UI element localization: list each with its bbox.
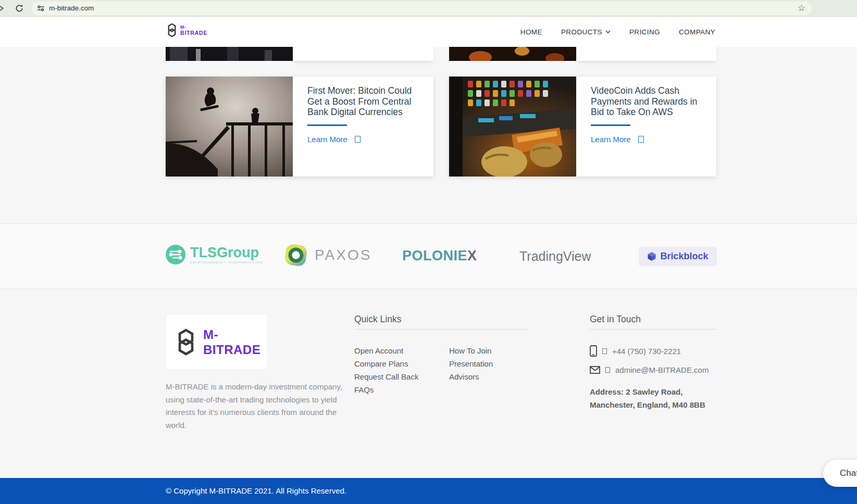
header-logo[interactable]: M- BITRADE — [166, 22, 207, 38]
phone-link[interactable]: +44 (750) 730-2221 — [590, 345, 681, 357]
tlsgroup-icon — [166, 245, 185, 264]
url-text: m-bitrade.com — [49, 2, 94, 15]
tlsgroup-wordmark: TLSGroup — [190, 246, 263, 260]
logo-line2: BITRADE — [180, 30, 207, 36]
tlsgroup-tagline: CRYPTOCURRENCY INVESTMENT FUND — [190, 261, 263, 264]
partner-tradingview: TradingView — [519, 249, 591, 264]
paxos-icon — [284, 243, 308, 267]
quick-links-title: Quick Links — [354, 314, 401, 325]
copyright-text: © Copyright M-BITRADE 2021. All Rights R… — [166, 478, 346, 504]
site-settings-icon[interactable] — [37, 5, 45, 12]
brickblock-cube-icon — [647, 251, 656, 261]
phone-icon — [590, 345, 597, 357]
divider — [354, 329, 528, 330]
footer-address: Address: 2 Sawley Road, Manchester, Engl… — [590, 385, 705, 411]
news-card-body: VideoCoin Adds Cash Payments and Rewards… — [576, 77, 716, 177]
site-header: M- BITRADE HOME PRODUCTS PRICING COMPANY — [0, 17, 857, 47]
logo-line1: M- — [180, 24, 207, 30]
title-underline — [591, 124, 630, 126]
partner-brickblock: Brickblock — [639, 247, 717, 266]
missing-glyph-box-icon — [638, 136, 644, 143]
news-card: First Mover: Bitcoin Could Get a Boost F… — [166, 77, 433, 177]
mining-rig-photo — [449, 77, 576, 177]
learn-more-link[interactable]: Learn More — [307, 135, 424, 144]
forward-arrow-partial-icon[interactable] — [0, 4, 6, 13]
link-compare-plans[interactable]: Compare Plans — [354, 360, 418, 368]
nav-products[interactable]: PRODUCTS — [561, 28, 611, 36]
partner-paxos: PAXOS — [284, 243, 371, 267]
nav-company[interactable]: COMPANY — [679, 28, 715, 36]
phone-number: +44 (750) 730-2221 — [612, 347, 681, 356]
footer-about-text: M-BITRADE is a modern-day investment com… — [166, 381, 345, 432]
nav-home[interactable]: HOME — [520, 28, 542, 36]
bookmark-star-icon[interactable]: ☆ — [798, 2, 805, 15]
missing-glyph-box-icon — [602, 348, 607, 354]
news-card-title: VideoCoin Adds Cash Payments and Rewards… — [591, 85, 706, 118]
link-presentation[interactable]: Presentation — [449, 360, 493, 368]
previous-card-image-partial — [449, 47, 576, 61]
link-advisors[interactable]: Advisors — [449, 373, 493, 381]
partners-strip: TLSGroup CRYPTOCURRENCY INVESTMENT FUND … — [0, 223, 857, 289]
email-link[interactable]: admine@M-BITRADE.com — [590, 366, 709, 374]
reload-icon[interactable] — [15, 4, 24, 13]
footer-logo-line1: M- — [203, 327, 260, 342]
previous-card-image-partial — [166, 47, 293, 61]
footer-logo-card: M- BITRADE — [167, 315, 267, 369]
news-card: VideoCoin Adds Cash Payments and Rewards… — [449, 77, 716, 177]
chevron-down-icon — [605, 30, 611, 33]
previous-card-body-partial — [576, 47, 716, 61]
link-how-to-join[interactable]: How To Join — [449, 347, 493, 355]
partner-poloniex: POLONIEX — [402, 248, 477, 264]
skatepark-photo — [166, 77, 293, 177]
previous-card-body-partial — [293, 47, 433, 61]
link-request-call-back[interactable]: Request Call Back — [354, 373, 418, 381]
chat-widget-label: Chat w — [823, 460, 857, 487]
footer-logo-line2: BITRADE — [203, 342, 260, 357]
title-underline — [307, 124, 347, 126]
quick-links-col1: Open Account Compare Plans Request Call … — [354, 347, 418, 399]
nav-pricing[interactable]: PRICING — [629, 28, 660, 36]
email-address: admine@M-BITRADE.com — [615, 366, 709, 374]
paxos-wordmark: PAXOS — [315, 247, 371, 263]
browser-toolbar: m-bitrade.com ☆ — [0, 0, 857, 17]
partner-tlsgroup: TLSGroup CRYPTOCURRENCY INVESTMENT FUND — [166, 245, 263, 264]
hexagon-s-logo-icon — [174, 327, 198, 357]
envelope-icon — [590, 366, 600, 374]
copyright-bar: © Copyright M-BITRADE 2021. All Rights R… — [0, 478, 857, 504]
chat-widget-button[interactable]: Chat w — [823, 460, 857, 487]
news-card-title: First Mover: Bitcoin Could Get a Boost F… — [307, 85, 423, 118]
hexagon-s-logo-icon — [166, 22, 178, 38]
link-faqs[interactable]: FAQs — [354, 386, 418, 394]
quick-links-col2: How To Join Presentation Advisors — [449, 347, 493, 386]
missing-glyph-box-icon — [605, 367, 610, 373]
missing-glyph-box-icon — [355, 136, 361, 143]
link-open-account[interactable]: Open Account — [354, 347, 418, 355]
divider — [590, 329, 717, 330]
main-nav: HOME PRODUCTS PRICING COMPANY — [520, 17, 715, 47]
address-bar[interactable]: m-bitrade.com ☆ — [31, 2, 812, 15]
brickblock-wordmark: Brickblock — [660, 251, 708, 262]
screen: m-bitrade.com ☆ M- BITRADE HOME PRODUCTS… — [0, 0, 857, 504]
news-card-body: First Mover: Bitcoin Could Get a Boost F… — [293, 77, 433, 177]
get-in-touch-title: Get in Touch — [590, 314, 641, 325]
learn-more-link[interactable]: Learn More — [591, 135, 707, 144]
